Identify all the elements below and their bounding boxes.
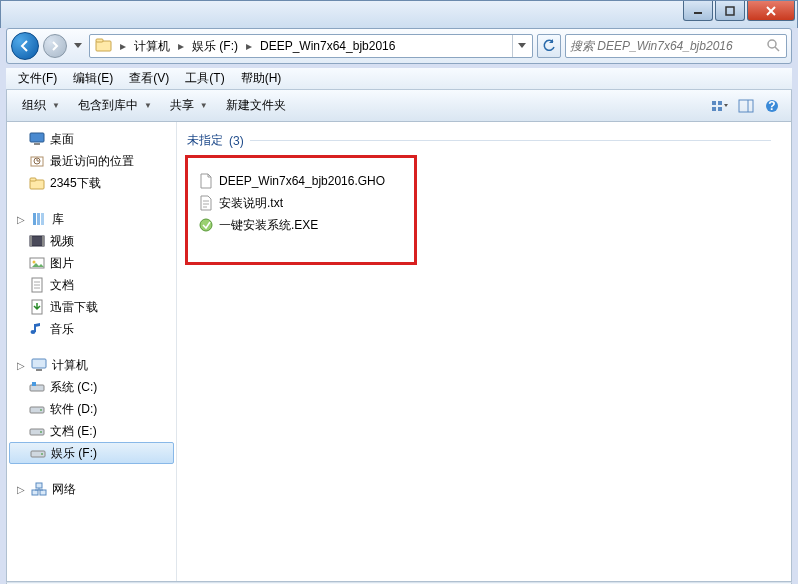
- sidebar-item-label: 2345下载: [50, 175, 101, 192]
- forward-button[interactable]: [43, 34, 67, 58]
- minimize-button[interactable]: [683, 1, 713, 21]
- file-list-pane[interactable]: 未指定 (3) DEEP_Win7x64_bjb2016.GHO 安装说明.tx…: [177, 122, 791, 581]
- preview-pane-button[interactable]: [733, 95, 759, 117]
- svg-point-56: [200, 219, 212, 231]
- menu-tools[interactable]: 工具(T): [177, 68, 232, 89]
- sidebar-item-music[interactable]: 音乐: [7, 318, 176, 340]
- sidebar-item-videos[interactable]: 视频: [7, 230, 176, 252]
- svg-rect-16: [30, 133, 44, 142]
- breadcrumb-item[interactable]: 计算机: [130, 35, 174, 57]
- group-header[interactable]: 未指定 (3): [187, 132, 791, 149]
- svg-rect-24: [33, 213, 36, 225]
- svg-rect-1: [726, 7, 734, 15]
- sidebar-item-label: 最近访问的位置: [50, 153, 134, 170]
- sidebar-item-label: 桌面: [50, 131, 74, 148]
- sidebar-header-label: 库: [52, 211, 64, 228]
- address-bar[interactable]: ▸ 计算机 ▸ 娱乐 (F:) ▸ DEEP_Win7x64_bjb2016: [89, 34, 533, 58]
- file-item[interactable]: DEEP_Win7x64_bjb2016.GHO: [196, 170, 404, 192]
- sidebar-header-computer[interactable]: ▷ 计算机: [7, 354, 176, 376]
- txt-icon: [198, 195, 214, 211]
- close-button[interactable]: [747, 1, 795, 21]
- svg-rect-26: [41, 213, 44, 225]
- breadcrumb-arrow-icon[interactable]: ▸: [242, 39, 256, 53]
- sidebar-item-downloads[interactable]: 2345下载: [7, 172, 176, 194]
- organize-button[interactable]: 组织▼: [13, 92, 69, 119]
- new-folder-button[interactable]: 新建文件夹: [217, 92, 295, 119]
- svg-text:?: ?: [768, 99, 775, 113]
- view-options-button[interactable]: [707, 95, 733, 117]
- sidebar-item-label: 软件 (D:): [50, 401, 97, 418]
- sidebar-item-drive-d[interactable]: 软件 (D:): [7, 398, 176, 420]
- navigation-bar: ▸ 计算机 ▸ 娱乐 (F:) ▸ DEEP_Win7x64_bjb2016: [6, 28, 792, 64]
- download-icon: [29, 299, 45, 315]
- document-icon: [29, 277, 45, 293]
- drive-icon: [29, 423, 45, 439]
- sidebar-item-drive-e[interactable]: 文档 (E:): [7, 420, 176, 442]
- svg-rect-39: [36, 369, 42, 371]
- svg-point-6: [768, 40, 776, 48]
- sidebar-item-label: 文档 (E:): [50, 423, 97, 440]
- search-box[interactable]: [565, 34, 787, 58]
- help-button[interactable]: ?: [759, 95, 785, 117]
- desktop-icon: [29, 131, 45, 147]
- picture-icon: [29, 255, 45, 271]
- sidebar-item-desktop[interactable]: 桌面: [7, 128, 176, 150]
- divider: [250, 140, 771, 141]
- svg-rect-5: [96, 39, 103, 42]
- sidebar-header-label: 计算机: [52, 357, 88, 374]
- sidebar-item-xunlei[interactable]: 迅雷下载: [7, 296, 176, 318]
- maximize-button[interactable]: [715, 1, 745, 21]
- window-titlebar: [0, 0, 798, 28]
- share-button[interactable]: 共享▼: [161, 92, 217, 119]
- drive-icon: [30, 445, 46, 461]
- sidebar-item-label: 视频: [50, 233, 74, 250]
- svg-point-31: [33, 261, 36, 264]
- group-label: 未指定: [187, 132, 223, 149]
- svg-point-47: [41, 453, 43, 455]
- sidebar-item-drive-f[interactable]: 娱乐 (F:): [9, 442, 174, 464]
- menu-help[interactable]: 帮助(H): [233, 68, 290, 89]
- breadcrumb-item[interactable]: DEEP_Win7x64_bjb2016: [256, 35, 399, 57]
- breadcrumb-arrow-icon[interactable]: ▸: [116, 39, 130, 53]
- sidebar-header-label: 网络: [52, 481, 76, 498]
- svg-rect-17: [34, 143, 40, 145]
- group-count: (3): [229, 134, 244, 148]
- include-in-library-button[interactable]: 包含到库中▼: [69, 92, 161, 119]
- breadcrumb-arrow-icon[interactable]: ▸: [174, 39, 188, 53]
- history-dropdown[interactable]: [71, 43, 85, 49]
- file-name: 安装说明.txt: [219, 195, 283, 212]
- collapse-icon[interactable]: ▷: [15, 484, 26, 495]
- collapse-icon[interactable]: ▷: [15, 214, 26, 225]
- menu-view[interactable]: 查看(V): [121, 68, 177, 89]
- sidebar-network: ▷ 网络: [7, 478, 176, 500]
- file-icon: [198, 173, 214, 189]
- breadcrumb-item[interactable]: 娱乐 (F:): [188, 35, 242, 57]
- file-item[interactable]: 一键安装系统.EXE: [196, 214, 404, 236]
- sidebar-computer: ▷ 计算机 系统 (C:) 软件 (D:) 文档 (E:) 娱乐 (F:): [7, 354, 176, 464]
- back-button[interactable]: [11, 32, 39, 60]
- video-icon: [29, 233, 45, 249]
- file-item[interactable]: 安装说明.txt: [196, 192, 404, 214]
- collapse-icon[interactable]: ▷: [15, 360, 26, 371]
- sidebar-item-documents[interactable]: 文档: [7, 274, 176, 296]
- svg-rect-25: [37, 213, 40, 225]
- sidebar-item-recent[interactable]: 最近访问的位置: [7, 150, 176, 172]
- menu-edit[interactable]: 编辑(E): [65, 68, 121, 89]
- sidebar-libraries: ▷ 库 视频 图片 文档 迅雷下载 音乐: [7, 208, 176, 340]
- address-dropdown[interactable]: [512, 35, 530, 57]
- svg-line-7: [775, 47, 779, 51]
- library-icon: [31, 211, 47, 227]
- svg-rect-38: [32, 359, 46, 368]
- refresh-button[interactable]: [537, 34, 561, 58]
- drive-icon: [29, 379, 45, 395]
- svg-rect-12: [739, 100, 753, 112]
- sidebar-item-pictures[interactable]: 图片: [7, 252, 176, 274]
- sidebar-header-libraries[interactable]: ▷ 库: [7, 208, 176, 230]
- svg-rect-8: [712, 101, 716, 105]
- sidebar-header-network[interactable]: ▷ 网络: [7, 478, 176, 500]
- search-input[interactable]: [570, 39, 766, 53]
- navigation-pane: 桌面 最近访问的位置 2345下载 ▷ 库 视频 图: [7, 122, 177, 581]
- svg-rect-50: [36, 483, 42, 488]
- menu-file[interactable]: 文件(F): [10, 68, 65, 89]
- sidebar-item-drive-c[interactable]: 系统 (C:): [7, 376, 176, 398]
